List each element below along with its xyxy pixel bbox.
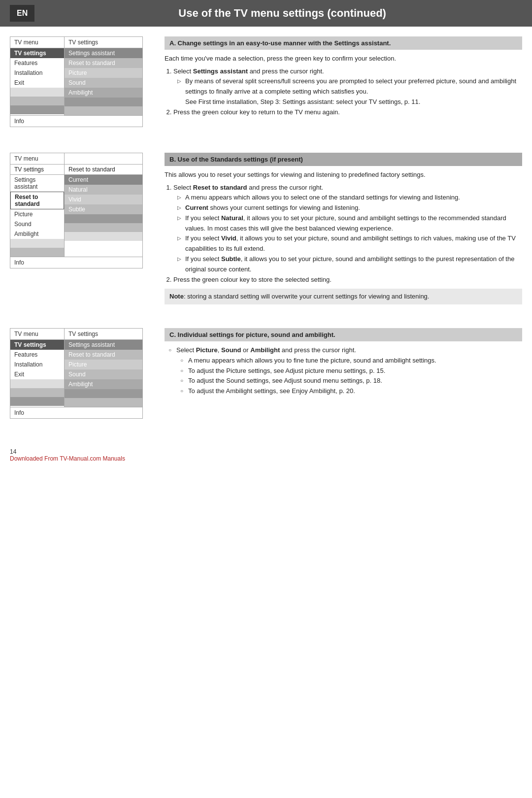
- section-a-intro: Each time you've made a selection, press…: [165, 54, 522, 64]
- panel-3: TV menu TV settings TV settings Features…: [10, 328, 153, 431]
- panel3-info: Info: [10, 407, 142, 418]
- panel2-left-col: Settings assistant Reset to standard Pic…: [10, 175, 65, 257]
- panel1-body: TV settings Features Installation Exit S…: [10, 48, 142, 115]
- panel3-left-row-7: [10, 397, 64, 406]
- section-a-step-1: Select Settings assistant and press the …: [173, 66, 522, 107]
- panel3-left-row-1: TV settings: [10, 340, 64, 350]
- panel1-left-row-4: Exit: [10, 78, 64, 88]
- panel1-info: Info: [10, 115, 142, 127]
- section-b-intro: This allows you to reset your settings f…: [165, 170, 522, 180]
- panel2-header-left: TV menu: [10, 153, 65, 164]
- footer-link[interactable]: Downloaded From TV-Manual.com Manuals: [10, 455, 125, 462]
- panel2-right-row-5: [65, 214, 142, 223]
- section-b-note: Note: storing a standard setting will ov…: [165, 289, 522, 304]
- panel2-right-row-7: [65, 232, 142, 241]
- section-c-sub-2: To adjust the Picture settings, see Adju…: [180, 366, 522, 376]
- panel1-right-row-5: Ambilight: [65, 88, 142, 98]
- section-a-heading: A. Change settings in an easy-to-use man…: [165, 36, 522, 50]
- panel3-right-row-6: [65, 389, 142, 398]
- panel3-left-row-5: [10, 379, 64, 388]
- section-c-sub-4: To adjust the Ambilight settings, see En…: [180, 386, 522, 397]
- panel2-right-row-6: [65, 223, 142, 232]
- panel3-right-row-7: [65, 398, 142, 407]
- panel1-right-col: Settings assistant Reset to standard Pic…: [65, 48, 142, 115]
- section-b-step-2: Press the green colour key to store the …: [173, 275, 522, 285]
- panel2-left-row-5: Ambilight: [10, 229, 64, 239]
- panel1-header-right: TV settings: [65, 37, 102, 48]
- panel1-left-row-5: [10, 88, 64, 97]
- panel1-left-col: TV settings Features Installation Exit: [10, 48, 65, 115]
- section-b-bullet-3: If you select Natural, it allows you to …: [177, 213, 522, 234]
- panel2-left-row-4: Sound: [10, 219, 64, 229]
- section-c-body: Select Picture, Sound or Ambilight and p…: [165, 345, 522, 397]
- panel3-left-row-4: Exit: [10, 369, 64, 379]
- panel2-left-row-6: [10, 239, 64, 248]
- panel3-right-col: Settings assistant Reset to standard Pic…: [65, 340, 142, 407]
- panel3-left-row-6: [10, 388, 64, 397]
- section-a-bullet-1: By means of several split screens/full s…: [177, 76, 522, 107]
- panel3-right-row-4: Sound: [65, 369, 142, 379]
- panel1-header-left: TV menu: [10, 37, 65, 48]
- section-a-steps: Select Settings assistant and press the …: [173, 66, 522, 118]
- panel1-right-row-7: [65, 106, 142, 115]
- panel-1: TV menu TV settings TV settings Features…: [10, 36, 153, 139]
- section-b-block: TV menu TV settings Reset to standard Se…: [0, 153, 532, 314]
- section-c-main-list: Select Picture, Sound or Ambilight and p…: [168, 345, 522, 397]
- section-c-sub-bullets: A menu appears which allows you to fine …: [180, 356, 522, 397]
- panel3-header: TV menu TV settings: [10, 329, 142, 340]
- tv-panel-1: TV menu TV settings TV settings Features…: [10, 36, 143, 127]
- panel2-right-row-4: Subtle: [65, 204, 142, 214]
- section-c-sub-3: To adjust the Sound settings, see Adjust…: [180, 376, 522, 386]
- section-b-body: This allows you to reset your settings f…: [165, 170, 522, 304]
- panel1-right-row-6: [65, 98, 142, 106]
- section-c-main-item-1: Select Picture, Sound or Ambilight and p…: [168, 345, 522, 397]
- panel1-left-row-1: TV settings: [10, 48, 64, 58]
- panel3-left-row-2: Features: [10, 350, 64, 360]
- section-b-content: B. Use of the Standards settings (if pre…: [165, 153, 522, 314]
- page-title: Use of the TV menu settings (continued): [42, 7, 522, 20]
- panel2-left-row-7: [10, 248, 64, 257]
- section-a-block: TV menu TV settings TV settings Features…: [0, 36, 532, 139]
- section-c-heading: C. Individual settings for picture, soun…: [165, 328, 522, 341]
- panel3-right-row-3: Picture: [65, 360, 142, 369]
- section-b-steps: Select Reset to standard and press the c…: [173, 183, 522, 285]
- panel2-header-right: [65, 153, 72, 164]
- panel2-left-row-3: Picture: [10, 209, 64, 219]
- panel3-right-row-1: Settings assistant: [65, 340, 142, 350]
- panel2-right-row-3: Vivid: [65, 195, 142, 204]
- section-b-step-1: Select Reset to standard and press the c…: [173, 183, 522, 275]
- section-b-heading: B. Use of the Standards settings (if pre…: [165, 153, 522, 166]
- panel2-right-col: Current Natural Vivid Subtle: [65, 175, 142, 257]
- section-b-bullet-5: If you select Subtle, it allows you to s…: [177, 254, 522, 275]
- panel3-header-left: TV menu: [10, 329, 65, 339]
- page-header: EN Use of the TV menu settings (continue…: [0, 0, 532, 27]
- section-c-sub-1: A menu appears which allows you to fine …: [180, 356, 522, 366]
- panel1-right-row-2: Reset to standard: [65, 58, 142, 68]
- panel2-subheader-right: Reset to standard: [65, 165, 142, 174]
- section-b-bullet-4: If you select Vivid, it allows you to se…: [177, 233, 522, 254]
- section-a-step-2: Press the green colour key to return to …: [173, 107, 522, 118]
- section-b-bullet-2: Current shows your current settings for …: [177, 203, 522, 213]
- panel3-left-row-3: Installation: [10, 360, 64, 369]
- panel2-left-row-2: Reset to standard: [10, 192, 64, 209]
- panel1-right-row-3: Picture: [65, 68, 142, 78]
- panel2-body: Settings assistant Reset to standard Pic…: [10, 175, 142, 257]
- section-a-step-1-bullets: By means of several split screens/full s…: [177, 76, 522, 107]
- page-number: 14: [10, 448, 522, 455]
- section-a-content: A. Change settings in an easy-to-use man…: [165, 36, 522, 139]
- section-c-block: TV menu TV settings TV settings Features…: [0, 328, 532, 431]
- tv-panel-2: TV menu TV settings Reset to standard Se…: [10, 153, 143, 268]
- panel3-right-row-5: Ambilight: [65, 379, 142, 389]
- panel2-info: Info: [10, 257, 142, 268]
- panel2-header: TV menu: [10, 153, 142, 165]
- panel2-subheader-left: TV settings: [10, 165, 65, 174]
- section-b-bullets: A menu appears which allows you to selec…: [177, 193, 522, 274]
- section-c-content: C. Individual settings for picture, soun…: [165, 328, 522, 431]
- panel3-right-row-2: Reset to standard: [65, 350, 142, 360]
- panel1-right-row-1: Settings assistant: [65, 48, 142, 58]
- panel2-right-row-2: Natural: [65, 185, 142, 195]
- panel1-left-row-6: [10, 97, 64, 105]
- panel2-right-row-1: Current: [65, 175, 142, 185]
- section-a-body: Each time you've made a selection, press…: [165, 54, 522, 117]
- panel2-left-row-1: Settings assistant: [10, 175, 64, 192]
